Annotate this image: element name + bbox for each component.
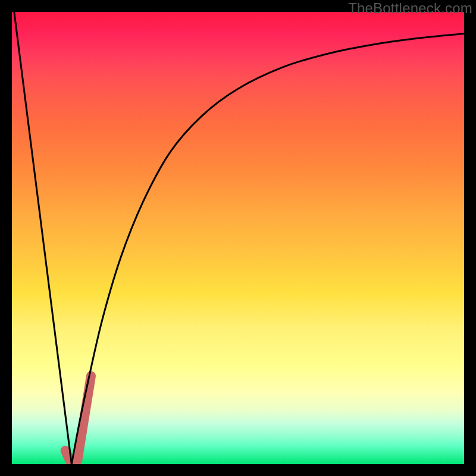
chart-container: TheBottleneck.com [0, 0, 476, 476]
main-curve [71, 33, 464, 464]
left-line [14, 12, 72, 464]
chart-svg [12, 12, 464, 464]
plot-area [12, 12, 464, 464]
watermark-text: TheBottleneck.com [348, 0, 472, 17]
